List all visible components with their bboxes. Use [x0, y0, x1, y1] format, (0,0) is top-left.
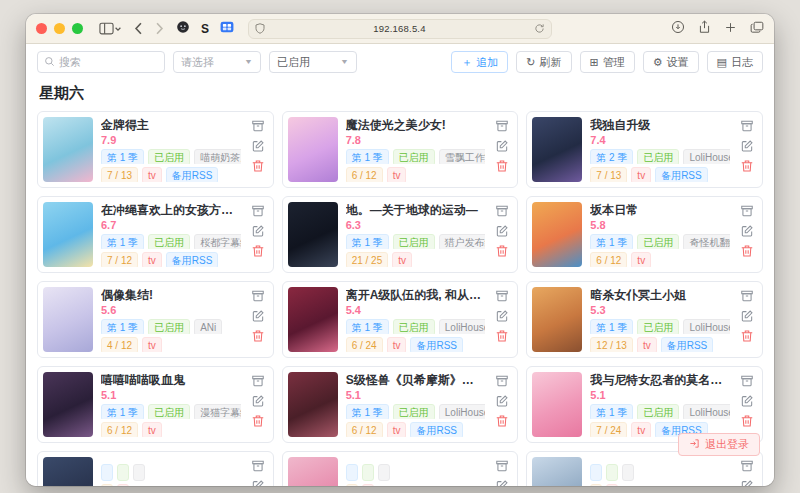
- archive-icon[interactable]: [251, 459, 265, 473]
- anime-card-body: 嘻嘻喵喵吸血鬼 5.1 第 1 季 已启用 漫猫字幕组 6 / 12 tv: [101, 372, 241, 437]
- delete-icon[interactable]: [495, 414, 509, 428]
- close-window-button[interactable]: [36, 23, 47, 34]
- archive-icon[interactable]: [495, 204, 509, 218]
- edit-icon[interactable]: [495, 224, 509, 238]
- anime-title: 地。—关于地球的运动—: [346, 203, 486, 216]
- edit-icon[interactable]: [740, 479, 754, 486]
- type-tag: tv: [142, 422, 162, 437]
- anime-poster[interactable]: [532, 117, 582, 182]
- anime-poster[interactable]: [532, 202, 582, 267]
- refresh-button[interactable]: ↻ 刷新: [516, 51, 571, 73]
- archive-icon[interactable]: [740, 289, 754, 303]
- add-button[interactable]: ＋ 追加: [451, 51, 508, 73]
- edit-icon[interactable]: [251, 224, 265, 238]
- archive-icon[interactable]: [251, 119, 265, 133]
- card-actions: [493, 117, 511, 182]
- sidebar-toggle-icon[interactable]: [99, 22, 122, 35]
- s-logo-extension-icon[interactable]: S: [201, 23, 209, 35]
- delete-icon[interactable]: [740, 244, 754, 258]
- new-tab-icon[interactable]: [724, 20, 737, 38]
- delete-icon[interactable]: [251, 244, 265, 258]
- anime-poster[interactable]: [43, 372, 93, 437]
- status-tag: 已启用: [637, 149, 679, 164]
- archive-icon[interactable]: [740, 374, 754, 388]
- delete-icon[interactable]: [251, 414, 265, 428]
- archive-icon[interactable]: [495, 289, 509, 303]
- edit-icon[interactable]: [495, 309, 509, 323]
- archive-icon[interactable]: [740, 119, 754, 133]
- anime-poster[interactable]: [288, 117, 338, 182]
- logout-button[interactable]: 退出登录: [678, 433, 760, 456]
- episodes-tag: 6 / 12: [346, 422, 383, 437]
- anime-poster[interactable]: [43, 202, 93, 267]
- delete-icon[interactable]: [251, 329, 265, 343]
- tag-row-primary: 第 2 季 已启用 LoliHouse: [590, 149, 730, 164]
- episodes-tag: [590, 484, 602, 486]
- edit-icon[interactable]: [251, 309, 265, 323]
- search-input[interactable]: [37, 51, 165, 73]
- archive-icon[interactable]: [251, 289, 265, 303]
- tag-row-secondary: [346, 484, 486, 486]
- edit-icon[interactable]: [251, 479, 265, 486]
- anime-poster[interactable]: [288, 202, 338, 267]
- address-bar[interactable]: 192.168.5.4: [248, 19, 552, 39]
- edit-icon[interactable]: [740, 139, 754, 153]
- settings-button[interactable]: ⚙ 设置: [643, 51, 699, 73]
- zoom-window-button[interactable]: [72, 23, 83, 34]
- anime-poster[interactable]: [288, 372, 338, 437]
- card-actions: [493, 202, 511, 267]
- anime-poster[interactable]: [43, 457, 93, 486]
- edit-icon[interactable]: [251, 394, 265, 408]
- archive-icon[interactable]: [251, 204, 265, 218]
- archive-icon[interactable]: [495, 119, 509, 133]
- category-select[interactable]: 请选择 ▼: [173, 51, 261, 73]
- edit-icon[interactable]: [251, 139, 265, 153]
- edit-icon[interactable]: [740, 309, 754, 323]
- edit-icon[interactable]: [740, 224, 754, 238]
- grid-app-extension-icon[interactable]: [220, 20, 234, 38]
- delete-icon[interactable]: [740, 159, 754, 173]
- anime-poster[interactable]: [532, 457, 582, 486]
- robot-extension-icon[interactable]: [176, 20, 190, 38]
- episodes-tag: 4 / 12: [101, 337, 138, 352]
- edit-icon[interactable]: [740, 394, 754, 408]
- backup-rss-tag: 备用RSS: [661, 337, 714, 352]
- logout-button-label: 退出登录: [705, 437, 749, 452]
- delete-icon[interactable]: [740, 414, 754, 428]
- card-actions: [738, 372, 756, 437]
- forward-button-icon[interactable]: [155, 22, 164, 35]
- delete-icon[interactable]: [251, 159, 265, 173]
- tab-overview-icon[interactable]: [750, 20, 764, 38]
- archive-icon[interactable]: [740, 459, 754, 473]
- delete-icon[interactable]: [495, 159, 509, 173]
- edit-icon[interactable]: [495, 394, 509, 408]
- edit-icon[interactable]: [495, 139, 509, 153]
- anime-title: 嘻嘻喵喵吸血鬼: [101, 373, 241, 386]
- anime-rating: 6.7: [101, 219, 241, 231]
- archive-icon[interactable]: [251, 374, 265, 388]
- anime-poster[interactable]: [43, 117, 93, 182]
- card-actions: [249, 372, 267, 437]
- status-select[interactable]: 已启用 ▼: [269, 51, 357, 73]
- reload-icon[interactable]: [534, 20, 545, 38]
- delete-icon[interactable]: [740, 329, 754, 343]
- edit-icon[interactable]: [495, 479, 509, 486]
- anime-poster[interactable]: [532, 372, 582, 437]
- downloads-icon[interactable]: [671, 20, 685, 38]
- archive-icon[interactable]: [740, 204, 754, 218]
- anime-poster[interactable]: [532, 287, 582, 352]
- search-field[interactable]: [59, 56, 158, 68]
- delete-icon[interactable]: [495, 329, 509, 343]
- logs-button[interactable]: ▤ 日志: [707, 51, 763, 73]
- minimize-window-button[interactable]: [54, 23, 65, 34]
- delete-icon[interactable]: [495, 244, 509, 258]
- manage-button[interactable]: ⊞ 管理: [580, 51, 635, 73]
- anime-poster[interactable]: [288, 457, 338, 486]
- archive-icon[interactable]: [495, 374, 509, 388]
- anime-poster[interactable]: [43, 287, 93, 352]
- archive-icon[interactable]: [495, 459, 509, 473]
- anime-poster[interactable]: [288, 287, 338, 352]
- share-icon[interactable]: [698, 20, 711, 38]
- search-icon: [44, 53, 55, 71]
- back-button-icon[interactable]: [134, 22, 143, 35]
